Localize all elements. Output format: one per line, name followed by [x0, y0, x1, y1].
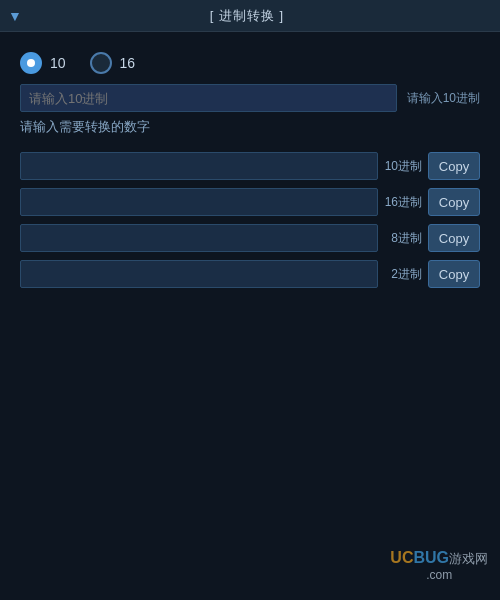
result-input-16: [20, 188, 378, 216]
watermark-rest: 游戏网: [449, 551, 488, 566]
title-bar: ▼ [ 进制转换 ]: [0, 0, 500, 32]
desc-text: 请输入需要转换的数字: [20, 118, 480, 136]
result-label-10: 10进制: [384, 158, 422, 175]
result-row-2: 2进制 Copy: [20, 260, 480, 288]
result-input-2: [20, 260, 378, 288]
copy-button-10[interactable]: Copy: [428, 152, 480, 180]
result-input-10: [20, 152, 378, 180]
copy-button-8[interactable]: Copy: [428, 224, 480, 252]
result-row-10: 10进制 Copy: [20, 152, 480, 180]
result-label-2: 2进制: [384, 266, 422, 283]
main-content: 10 16 请输入10进制 请输入需要转换的数字 10进制 Copy 16进制 …: [0, 32, 500, 306]
result-row-8: 8进制 Copy: [20, 224, 480, 252]
copy-button-2[interactable]: Copy: [428, 260, 480, 288]
radio-16-label: 16: [120, 55, 136, 71]
watermark-line2: .com: [390, 568, 488, 582]
watermark-uc: UC: [390, 549, 413, 566]
title-text: [ 进制转换 ]: [210, 7, 284, 25]
result-row-16: 16进制 Copy: [20, 188, 480, 216]
watermark-bug: BUG: [413, 549, 449, 566]
input-hint: 请输入10进制: [407, 90, 480, 107]
radio-group: 10 16: [20, 52, 480, 74]
result-input-8: [20, 224, 378, 252]
results-container: 10进制 Copy 16进制 Copy 8进制 Copy 2进制 Copy: [20, 152, 480, 288]
radio-10-label: 10: [50, 55, 66, 71]
radio-10[interactable]: [20, 52, 42, 74]
main-input-row: 请输入10进制: [20, 84, 480, 112]
result-label-16: 16进制: [384, 194, 422, 211]
watermark: UCBUG游戏网 .com: [390, 549, 488, 582]
copy-button-16[interactable]: Copy: [428, 188, 480, 216]
main-input[interactable]: [20, 84, 397, 112]
result-label-8: 8进制: [384, 230, 422, 247]
title-arrow: ▼: [8, 8, 22, 24]
radio-16[interactable]: [90, 52, 112, 74]
